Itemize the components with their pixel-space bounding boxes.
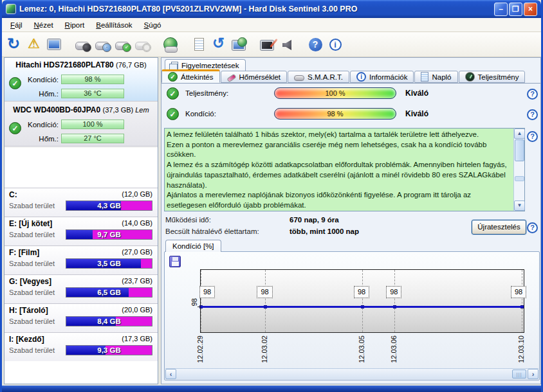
pages-icon <box>171 62 178 70</box>
chart-scrollbar[interactable]: ‹ ||| › <box>165 368 538 379</box>
help-icon-message[interactable] <box>527 131 538 142</box>
minimize-button[interactable]: – <box>494 3 508 16</box>
tab-ttekints[interactable]: Áttekintés <box>161 69 220 83</box>
title-bar[interactable]: Lemez: 0, Hitachi HDS721680PLAT80 [PV520… <box>2 0 541 18</box>
help-icon <box>309 38 322 51</box>
scroll-up-button[interactable]: ▲ <box>514 129 525 139</box>
partition-item[interactable]: C:(12,0 GB)Szabad terület4,3 GB <box>5 188 158 217</box>
temperature-value-bar: 36 °C <box>61 89 124 98</box>
log-icon <box>421 72 428 82</box>
disk-temperature-row: Hőm.:36 °C <box>26 87 158 100</box>
menu-item-nzet[interactable]: Nézet <box>28 19 59 31</box>
disk-item[interactable]: WDC WD400BD-60JPA0 (37,3 GB) LemKondíció… <box>5 103 158 148</box>
partition-free-row: Szabad terület6,5 GB <box>5 286 158 298</box>
free-space-value: 4,3 GB <box>66 201 152 210</box>
help-icon-performance[interactable] <box>527 89 538 100</box>
perf-icon <box>465 72 475 82</box>
chart-y-tickmark <box>198 307 201 307</box>
toolbar-button-disk-search[interactable] <box>133 35 152 54</box>
tab-napl[interactable]: Napló <box>414 71 457 83</box>
free-space-label: Szabad terület <box>9 260 66 267</box>
tab-teljestmny[interactable]: Teljesítmény <box>459 71 526 83</box>
partition-item[interactable]: H: [Tároló](20,0 GB)Szabad terület8,4 GB <box>5 303 158 332</box>
scroll-right-button[interactable]: › <box>528 369 538 379</box>
toolbar-button-info[interactable] <box>326 35 345 54</box>
partition-free-row: Szabad terület9,3 GB <box>5 344 158 355</box>
report-icon <box>194 38 204 51</box>
condition-value-bar: 98 % <box>61 75 124 84</box>
help-icon-retest[interactable] <box>527 222 538 233</box>
toolbar-button-network[interactable] <box>229 35 248 54</box>
tab-label: Információk <box>369 73 407 81</box>
tab-hmrsklet[interactable]: Hőmérséklet <box>221 71 288 83</box>
toolbar-button-alerts[interactable] <box>24 35 44 54</box>
scroll-left-button[interactable]: ‹ <box>165 369 176 379</box>
refresh-icon <box>7 37 21 51</box>
ok-icon <box>168 72 178 82</box>
toolbar-button-sound[interactable] <box>277 35 297 54</box>
scrollbar-mark <box>515 176 524 181</box>
chart-x-label: 12.03.06 <box>390 335 398 363</box>
menu-item-sg[interactable]: Súgó <box>138 19 167 31</box>
smart-icon <box>294 75 304 81</box>
close-button[interactable]: × <box>524 3 537 16</box>
tab-informcik[interactable]: Információk <box>350 71 414 83</box>
gauge-row-performance: Teljesítmény:100 %Kiváló <box>167 86 537 100</box>
toolbar-button-sync[interactable] <box>209 35 228 54</box>
chart-tab-condition[interactable]: Kondíció [%] <box>165 240 221 252</box>
gauge-label: Teljesítmény: <box>185 89 257 97</box>
network-icon <box>232 40 245 50</box>
retest-button[interactable]: Újratesztelés <box>472 220 526 235</box>
partition-name: H: [Tároló] <box>9 306 48 315</box>
menu-item-riport[interactable]: Riport <box>59 19 91 31</box>
maximize-button[interactable]: ❒ <box>509 3 522 16</box>
chart-scrollbar-thumb[interactable]: ||| <box>512 370 526 379</box>
thermo-icon <box>226 74 236 83</box>
gauge-bar: 98 % <box>274 108 396 120</box>
scrollbar-thumb[interactable] <box>515 139 524 161</box>
chart-x-axis-labels: 12.02.2912.03.0212.03.0512.03.0612.03.10 <box>200 335 528 369</box>
scroll-down-button[interactable]: ▼ <box>514 200 525 211</box>
free-space-bar: 4,3 GB <box>66 200 152 211</box>
test-monitor-icon <box>261 40 273 50</box>
gauge-value: 98 % <box>275 109 396 120</box>
disk-name: WDC WD400BD-60JPA0 <box>13 105 102 114</box>
lifetime-label: Működési idő: <box>165 216 290 224</box>
tab-smart[interactable]: S.M.A.R.T. <box>288 71 349 83</box>
help-icon-condition[interactable] <box>527 109 538 120</box>
toolbar-button-disk-ok[interactable] <box>113 35 132 54</box>
temperature-label: Hőm.: <box>26 90 59 98</box>
toolbar-button-test-monitor[interactable] <box>257 35 277 54</box>
partition-header: F: [Film](27,0 GB) <box>5 246 158 257</box>
disk-item[interactable]: Hitachi HDS721680PLAT80 (76,7 GB) Kondíc… <box>5 58 158 103</box>
free-space-bar: 3,5 GB <box>66 258 152 269</box>
partition-item[interactable]: E: [Új kötet](14,0 GB)Szabad terület9,7 … <box>5 217 158 245</box>
toolbar-button-help[interactable] <box>306 35 325 54</box>
toolbar-button-refresh[interactable] <box>5 35 24 54</box>
partition-item[interactable]: G: [Vegyes](23,7 GB)Szabad terület6,5 GB <box>5 274 158 303</box>
toolbar-button-report[interactable] <box>189 35 208 54</box>
disk-status-slot <box>9 77 21 89</box>
chart-condition-line <box>201 306 524 308</box>
toolbar-button-disk-gauge[interactable] <box>73 35 92 54</box>
partition-item[interactable]: I: [Kezdő](17,3 GB)Szabad terület9,3 GB <box>5 332 158 361</box>
toolbar-button-disk-clock[interactable] <box>93 35 112 54</box>
message-scrollbar[interactable]: ▲ ▼ <box>513 129 524 211</box>
disk-extra: Lem <box>135 106 149 114</box>
menu-item-belltsok[interactable]: Beállítások <box>90 19 138 31</box>
chart-x-label: 12.03.02 <box>261 335 268 363</box>
menu-item-fjl[interactable]: Fájl <box>5 19 28 31</box>
menu-bar: FájlNézetRiportBeállításokSúgó <box>2 18 541 32</box>
chart-x-label: 12.03.10 <box>517 335 525 363</box>
toolbar-button-world-disk[interactable] <box>161 35 180 54</box>
free-space-value: 3,5 GB <box>66 259 152 268</box>
toolbar-button-display[interactable] <box>44 35 64 54</box>
sidebar-spacer <box>5 148 158 188</box>
partition-header: H: [Tároló](20,0 GB) <box>5 304 158 315</box>
partition-item[interactable]: F: [Film](27,0 GB)Szabad terület3,5 GB <box>5 245 158 274</box>
save-chart-icon[interactable] <box>169 256 181 267</box>
chart-gridline <box>394 270 395 332</box>
condition-label: Kondíció: <box>26 76 59 84</box>
free-space-bar: 9,3 GB <box>66 345 152 355</box>
tab-label: Napló <box>432 73 451 81</box>
